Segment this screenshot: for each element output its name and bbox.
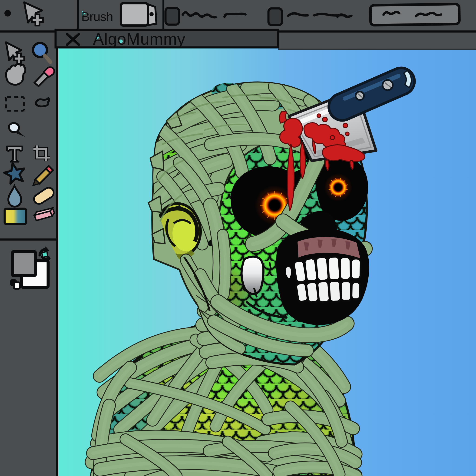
svg-text:Brush: Brush xyxy=(81,10,113,23)
svg-text:AlgoMummy: AlgoMummy xyxy=(93,30,186,48)
